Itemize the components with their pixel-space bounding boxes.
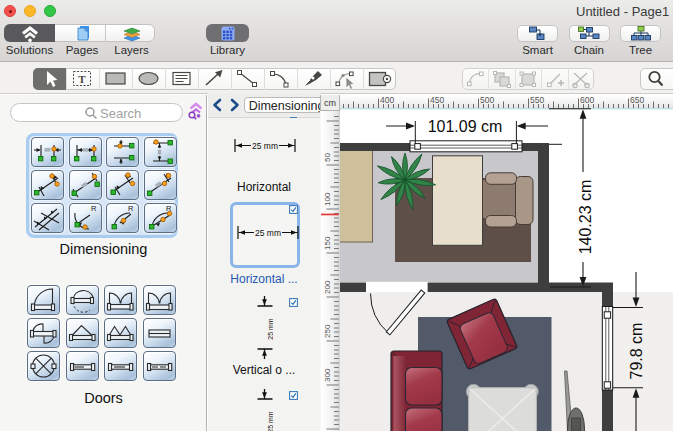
svg-text:T: T <box>78 73 86 85</box>
svg-text:650: 650 <box>630 95 644 105</box>
svg-text:R: R <box>128 204 134 213</box>
svg-text:140.23 cm: 140.23 cm <box>577 180 594 255</box>
svg-text:25 mm: 25 mm <box>255 228 281 238</box>
svg-text:50: 50 <box>323 153 332 162</box>
svg-text:25 mm: 25 mm <box>267 411 273 431</box>
svg-text:400: 400 <box>380 95 394 105</box>
svg-text:250: 250 <box>323 324 332 338</box>
svg-text:100: 100 <box>323 192 332 206</box>
svg-text:450: 450 <box>430 95 444 105</box>
svg-text:R: R <box>91 204 97 213</box>
svg-text:200: 200 <box>323 280 332 294</box>
svg-text:550: 550 <box>530 95 544 105</box>
svg-text:600: 600 <box>580 95 594 105</box>
svg-text:79.8 cm: 79.8 cm <box>628 323 645 380</box>
svg-text:150: 150 <box>323 236 332 250</box>
svg-text:500: 500 <box>480 95 494 105</box>
svg-text:cm: cm <box>324 98 336 108</box>
svg-text:25 mm: 25 mm <box>267 318 273 340</box>
svg-text:101.09 cm: 101.09 cm <box>428 118 503 135</box>
svg-text:300: 300 <box>323 368 332 382</box>
svg-text:25 mm: 25 mm <box>252 141 278 151</box>
